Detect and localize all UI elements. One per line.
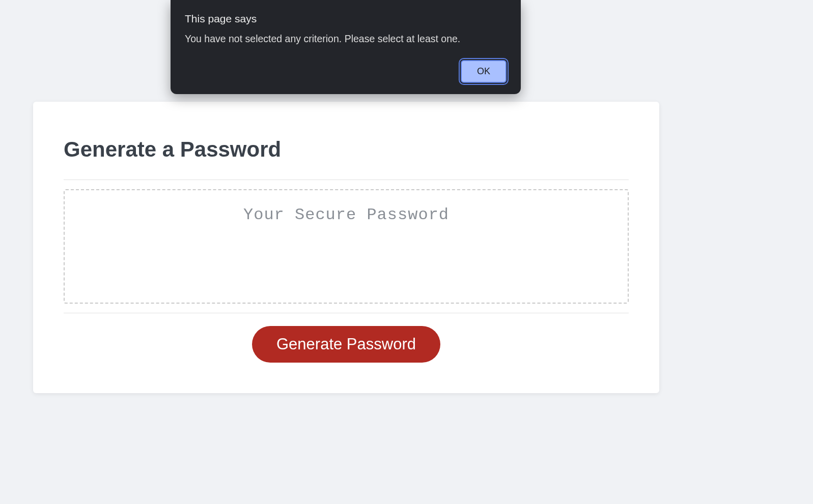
ok-button[interactable]: OK xyxy=(461,60,507,83)
divider xyxy=(64,180,629,180)
generate-password-button[interactable]: Generate Password xyxy=(252,326,440,363)
alert-dialog: This page says You have not selected any… xyxy=(171,0,521,94)
alert-message: You have not selected any criterion. Ple… xyxy=(185,33,507,45)
password-display-box: Your Secure Password xyxy=(64,189,629,304)
divider xyxy=(64,313,629,313)
password-generator-card: Generate a Password Your Secure Password… xyxy=(33,102,659,393)
alert-title: This page says xyxy=(185,13,507,25)
button-row: Generate Password xyxy=(64,326,629,363)
page-title: Generate a Password xyxy=(64,137,629,162)
password-placeholder-text: Your Secure Password xyxy=(243,205,449,224)
alert-button-row: OK xyxy=(185,60,507,83)
